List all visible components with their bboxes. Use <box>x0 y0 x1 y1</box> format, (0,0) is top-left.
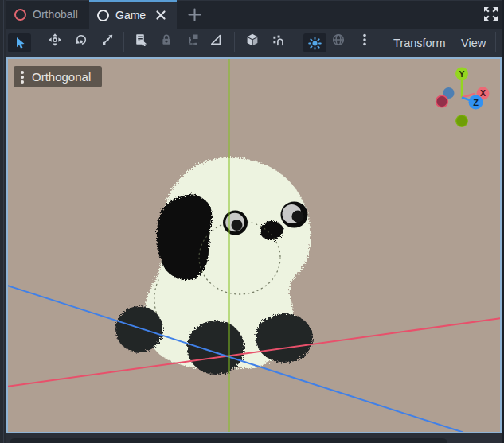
bottom-panel-edge <box>6 433 504 443</box>
group-tool-icon[interactable] <box>187 33 200 46</box>
move-tool-icon[interactable] <box>49 33 61 46</box>
new-tab-button[interactable] <box>188 8 201 21</box>
local-space-cube-icon[interactable] <box>246 33 259 46</box>
tab-label: Game <box>115 9 146 21</box>
lock-tool-icon[interactable] <box>160 33 173 46</box>
axis-gizmo[interactable]: X Z Y <box>432 56 492 130</box>
left-dock-edge <box>0 0 6 443</box>
snap-magnet-icon[interactable] <box>272 33 285 46</box>
sun-icon <box>308 37 322 50</box>
view-menu-button[interactable]: Orthogonal <box>14 66 102 87</box>
dog-foot <box>187 321 244 375</box>
gizmo-x-label: X <box>480 88 486 98</box>
godot-editor-window: Orthoball Game <box>0 0 504 443</box>
scene-icon <box>97 10 109 21</box>
scene-tab-bar: Orthoball Game <box>6 0 504 29</box>
gizmo-y-label: Y <box>459 69 464 79</box>
dock-edge-line <box>3 0 4 443</box>
close-tab-icon[interactable] <box>155 10 166 21</box>
transform-menu[interactable]: Transform <box>393 29 446 57</box>
3d-scene <box>8 59 500 432</box>
gizmo-z-label: Z <box>473 98 479 107</box>
kebab-dots-icon <box>20 70 25 84</box>
preview-environment-globe-icon[interactable] <box>332 33 345 46</box>
dog-foot <box>115 306 163 352</box>
view-menu[interactable]: View <box>461 29 486 57</box>
dog-foot <box>256 313 313 363</box>
3d-viewport[interactable]: Orthogonal X Z Y <box>6 57 502 433</box>
projection-label: Orthogonal <box>32 70 91 84</box>
gizmo-neg-x[interactable] <box>436 95 448 107</box>
expand-viewport-icon[interactable] <box>483 6 498 21</box>
toolbar-separator <box>123 32 124 52</box>
ruler-tool-icon[interactable] <box>209 33 222 46</box>
toolbar-separator <box>37 32 37 52</box>
scene-tab-game[interactable]: Game <box>89 0 177 29</box>
gizmo-neg-y[interactable] <box>456 115 468 127</box>
scene-icon <box>14 9 26 21</box>
toolbar-separator <box>234 32 235 52</box>
toolbar-separator <box>495 32 496 52</box>
more-options-kebab-icon[interactable] <box>358 33 371 46</box>
list-select-tool-icon[interactable] <box>135 33 147 46</box>
select-tool-button[interactable] <box>8 33 31 52</box>
toolbar-separator <box>295 32 295 52</box>
tab-label: Orthoball <box>33 8 78 21</box>
dog-ear <box>157 194 212 280</box>
bottom-panel-top <box>10 438 447 443</box>
scale-tool-icon[interactable] <box>101 33 114 46</box>
scene-tab-orthoball[interactable]: Orthoball <box>6 0 89 29</box>
plush-dog <box>115 157 313 375</box>
cursor-arrow-icon <box>14 37 26 49</box>
toolbar-separator <box>381 32 381 52</box>
preview-sunlight-button[interactable] <box>303 33 326 52</box>
rotate-tool-icon[interactable] <box>75 33 88 46</box>
